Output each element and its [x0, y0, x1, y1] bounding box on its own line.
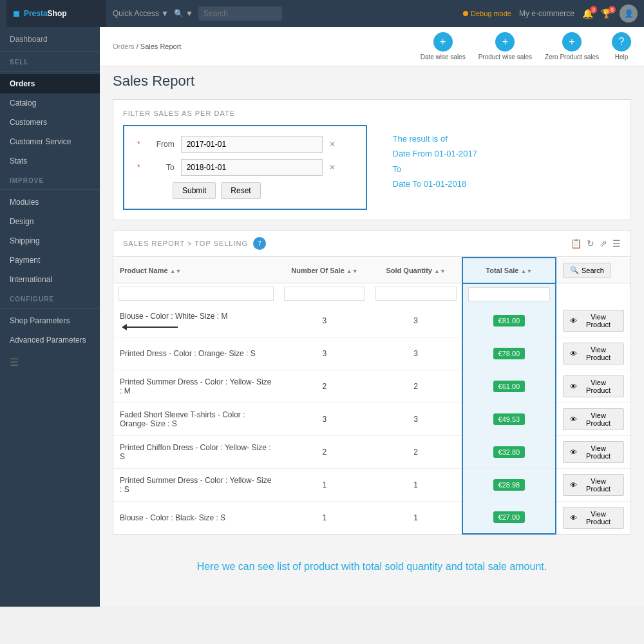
view-product-button[interactable]: 👁 View Product: [563, 310, 624, 332]
cell-quantity: 2: [370, 435, 462, 468]
top-navigation: ■ PrestaShop Quick Access ▼ 🔍 ▼ Debug mo…: [0, 0, 644, 27]
sidebar-item-international[interactable]: International: [0, 270, 100, 289]
sales-sort-icon[interactable]: ▲▼: [346, 268, 358, 274]
search-toggle-button[interactable]: 🔍 ▼: [174, 9, 193, 18]
from-label: From: [149, 140, 175, 149]
action-bar: Orders / Sales Report + Date wise sales …: [100, 27, 644, 66]
result-line4: Date To 01-01-2018: [393, 176, 609, 191]
cell-sales: 1: [279, 468, 370, 501]
breadcrumb-orders[interactable]: Orders: [113, 43, 135, 50]
total-sale-value: €61.00: [493, 381, 526, 392]
total-sort-icon[interactable]: ▲▼: [521, 268, 533, 274]
view-product-button[interactable]: 👁 View Product: [563, 375, 624, 397]
filter-product-input[interactable]: [118, 287, 274, 301]
view-product-button[interactable]: 👁 View Product: [563, 441, 624, 463]
user-avatar[interactable]: 👤: [620, 5, 638, 23]
filter-total-input[interactable]: [468, 287, 550, 301]
filter-section: FILTER SALES AS PER DATE * From ✕ * To: [113, 99, 631, 220]
cell-total: €32.80: [462, 435, 556, 468]
table-search-button[interactable]: 🔍 Search: [563, 263, 611, 278]
product-sort-icon[interactable]: ▲▼: [170, 268, 182, 274]
expand-icon[interactable]: ⇗: [600, 238, 607, 249]
menu-icon[interactable]: ☰: [612, 238, 621, 249]
sidebar-divider-improve: [0, 189, 100, 190]
col-number-of-sale: Number Of Sale ▲▼: [279, 258, 370, 283]
view-product-button[interactable]: 👁 View Product: [563, 408, 624, 430]
view-product-button[interactable]: 👁 View Product: [563, 474, 624, 496]
sidebar-item-customer-service[interactable]: Customer Service: [0, 132, 100, 151]
col-sold-quantity: Sold Quantity ▲▼: [370, 258, 462, 283]
reset-button[interactable]: Reset: [221, 182, 260, 199]
notifications-badge: 3: [590, 6, 597, 14]
cell-total: €61.00: [462, 370, 556, 402]
filter-title: FILTER SALES AS PER DATE: [123, 109, 621, 117]
sidebar-item-modules[interactable]: Modules: [0, 193, 100, 212]
eye-icon: 👁: [570, 317, 577, 325]
notifications-button[interactable]: 🔔 3: [582, 8, 593, 19]
product-wise-sales-button[interactable]: + Product wise sales: [478, 32, 532, 61]
cell-sales: 3: [279, 402, 370, 435]
cell-total: €49.53: [462, 402, 556, 435]
table-row: Blouse - Color : Black- Size : S11€27.00…: [113, 501, 630, 534]
total-sale-value: €78.00: [493, 348, 526, 359]
from-clear-button[interactable]: ✕: [329, 140, 336, 149]
updates-button[interactable]: 🏆 8: [601, 8, 612, 19]
arrow-annotation: [126, 327, 178, 328]
global-search-input[interactable]: [198, 6, 282, 21]
sidebar-item-design[interactable]: Design: [0, 212, 100, 231]
sidebar-item-customers[interactable]: Customers: [0, 113, 100, 132]
page-header: Sales Report: [100, 66, 644, 99]
filter-total-cell: [462, 283, 556, 305]
sidebar-item-shop-parameters[interactable]: Shop Parameters: [0, 311, 100, 330]
cell-action: 👁 View Product: [556, 337, 630, 370]
result-line1: The result is of: [393, 131, 609, 146]
refresh-icon[interactable]: ↻: [587, 238, 594, 249]
filter-sales-input[interactable]: [284, 287, 365, 301]
total-sale-value: €27.00: [493, 511, 526, 523]
main-content: Orders / Sales Report + Date wise sales …: [100, 27, 644, 607]
table-row: Printed Summer Dress - Color : Yellow- S…: [113, 370, 630, 402]
product-wise-label: Product wise sales: [478, 53, 532, 61]
cell-product: Blouse - Color : White- Size : M: [113, 305, 279, 337]
date-wise-sales-button[interactable]: + Date wise sales: [421, 32, 466, 61]
help-button[interactable]: ? Help: [612, 32, 631, 61]
table-filter-row: [113, 283, 630, 305]
cell-product: Printed Summer Dress - Color : Yellow- S…: [113, 370, 279, 402]
submit-button[interactable]: Submit: [173, 182, 216, 199]
sidebar-item-stats[interactable]: Stats: [0, 151, 100, 171]
sidebar-item-shipping[interactable]: Shipping: [0, 231, 100, 251]
cell-sales: 3: [279, 305, 370, 337]
store-name: My e-commerce: [519, 9, 574, 18]
quick-access-label: Quick Access: [113, 9, 159, 18]
from-required: *: [137, 140, 140, 149]
table-section: SALES REPORT > TOP SELLING 7 📋 ↻ ⇗ ☰ Pro…: [113, 230, 631, 535]
sidebar-item-orders[interactable]: Orders: [0, 74, 100, 93]
to-clear-button[interactable]: ✕: [329, 163, 336, 172]
zero-product-sales-button[interactable]: + Zero Product sales: [545, 32, 599, 61]
sidebar-item-catalog[interactable]: Catalog: [0, 93, 100, 113]
to-required: *: [137, 163, 140, 172]
breadcrumb-current: Sales Report: [140, 43, 182, 50]
to-date-input[interactable]: [181, 159, 323, 176]
from-date-input[interactable]: [181, 136, 323, 153]
sidebar-item-dashboard[interactable]: Dashboard: [0, 27, 100, 52]
view-product-button[interactable]: 👁 View Product: [563, 507, 624, 529]
quantity-sort-icon[interactable]: ▲▼: [434, 268, 446, 274]
updates-badge: 8: [609, 6, 616, 14]
total-sale-value: €32.80: [493, 446, 526, 458]
filter-form: * From ✕ * To ✕ Submit: [123, 125, 367, 210]
filter-quantity-input[interactable]: [375, 287, 457, 301]
filter-action-cell: [556, 283, 630, 305]
sidebar-collapse-button[interactable]: ☰: [0, 350, 100, 375]
cell-quantity: 3: [370, 337, 462, 370]
quick-access-button[interactable]: Quick Access ▼: [113, 9, 169, 18]
sidebar-item-payment[interactable]: Payment: [0, 251, 100, 270]
view-product-button[interactable]: 👁 View Product: [563, 343, 624, 365]
zero-product-icon: +: [562, 32, 582, 52]
logo-text: PrestaShop: [24, 9, 67, 18]
top-nav-right: Debug mode My e-commerce 🔔 3 🏆 8 👤: [463, 5, 638, 23]
filter-grid: * From ✕ * To ✕ Submit: [123, 125, 621, 210]
copy-icon[interactable]: 📋: [571, 238, 582, 249]
eye-icon: 👁: [570, 350, 577, 357]
sidebar-item-advanced-parameters[interactable]: Advanced Parameters: [0, 330, 100, 350]
